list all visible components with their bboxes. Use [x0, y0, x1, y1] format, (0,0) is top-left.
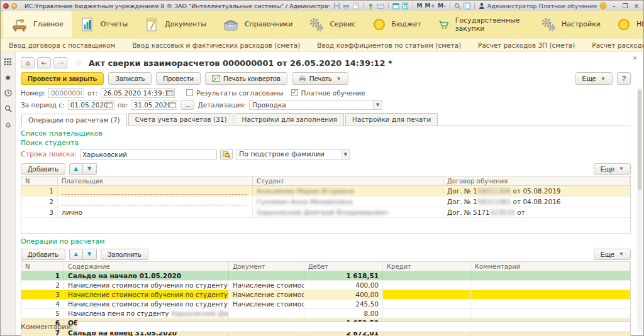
- content-cell[interactable]: Начисление стоимости обучения по студент…: [64, 290, 229, 299]
- tab-print-settings[interactable]: Настройки для печати: [345, 113, 438, 126]
- contract-cell[interactable]: Дог. № 158211081 от 04.08.2016: [443, 197, 630, 207]
- print-button[interactable]: Печать ▼: [292, 72, 348, 85]
- table-row-selected[interactable]: 3 Начисление стоимости обучения по студе…: [21, 290, 630, 300]
- col-document[interactable]: Документ: [229, 262, 304, 271]
- ribbon-tab-settings[interactable]: Настройки: [533, 11, 609, 38]
- submenu-link-coefficients[interactable]: Ввод коэффициентов по статьям (смета): [317, 41, 461, 49]
- comment-cell[interactable]: [471, 290, 630, 299]
- move-up-icon[interactable]: ▲: [69, 163, 83, 175]
- debit-cell[interactable]: 400,00: [304, 290, 383, 299]
- table-row[interactable]: 2 Гузневич Анна Михайловна Дог. № 158211…: [21, 197, 630, 207]
- ribbon-tab-reports[interactable]: Отчеты: [72, 11, 136, 38]
- date-field[interactable]: [101, 88, 175, 98]
- submenu-link-supplier-contract[interactable]: Ввод договора с поставщиком: [9, 41, 115, 49]
- submenu-link-salary-calc[interactable]: Расчет расходов ЗП (смета): [478, 41, 575, 49]
- ribbon-tab-state-purchases[interactable]: Государственные закупки: [430, 11, 533, 38]
- print-envelopes-button[interactable]: Печать конвертов: [205, 72, 287, 85]
- move-up-icon[interactable]: ▲: [69, 249, 83, 260]
- history-clock-icon[interactable]: [4, 89, 13, 97]
- credit-cell[interactable]: [383, 300, 471, 308]
- col-content[interactable]: Содержание: [64, 262, 229, 271]
- menu-grid-icon[interactable]: [4, 57, 13, 66]
- content-cell[interactable]: Начислена пеня по студенту Харьковский Д…: [64, 309, 229, 318]
- document-cell[interactable]: [229, 271, 304, 280]
- ribbon-tab-references[interactable]: Справочники: [214, 11, 301, 38]
- col-debit[interactable]: Дебет: [304, 262, 383, 271]
- close-window-button[interactable]: ×: [632, 3, 641, 9]
- forward-button[interactable]: →: [53, 57, 67, 68]
- close-form-icon[interactable]: ×: [633, 55, 637, 62]
- document-cell[interactable]: Начисление стоимости обучен...: [229, 300, 304, 308]
- comment-cell[interactable]: [471, 300, 630, 308]
- comment-input[interactable]: [77, 322, 631, 332]
- table-row[interactable]: 5 Начислена пеня по студенту Харьковский…: [21, 309, 630, 318]
- memory-m-plus-button[interactable]: M+: [425, 3, 436, 9]
- tab-operations[interactable]: Операции по расчетам (7): [21, 114, 127, 126]
- search-lookup-button[interactable]: [220, 149, 233, 160]
- submenu-link-cash-expenses[interactable]: Ввод кассовых и фактических расходов (см…: [132, 41, 300, 49]
- debit-cell[interactable]: 400,00: [304, 281, 383, 290]
- col-credit[interactable]: Кредит: [383, 262, 471, 271]
- debit-cell[interactable]: 1 618,51: [304, 271, 383, 280]
- ribbon-tab-documents[interactable]: Документы: [136, 11, 214, 38]
- content-cell[interactable]: Начисления стоимости обучения по студент…: [64, 281, 229, 290]
- home-button[interactable]: ⌂: [21, 57, 35, 68]
- more-button[interactable]: Еще ▼: [575, 72, 613, 85]
- calendar-icon[interactable]: [167, 89, 174, 96]
- table-row[interactable]: 3 лично Харьковский Дмитрий Владимирович…: [21, 207, 630, 218]
- table-row[interactable]: 1 Анисимова Мария Игоревна Дог. № 158011…: [21, 186, 630, 197]
- credit-cell[interactable]: [383, 281, 471, 290]
- paid-education-checkbox[interactable]: [291, 89, 298, 96]
- help-button[interactable]: ?: [617, 72, 631, 85]
- minimize-button[interactable]: –: [609, 3, 618, 9]
- document-cell[interactable]: [229, 309, 304, 318]
- preview-icon[interactable]: [352, 3, 359, 9]
- table-row[interactable]: 1 Сальдо на начало 01.05.2020 1 618,51: [21, 271, 630, 281]
- student-cell[interactable]: Харьковский Дмитрий Владимирович: [253, 207, 443, 217]
- payer-cell[interactable]: лично: [58, 207, 253, 217]
- col-contract[interactable]: Договор обучения: [443, 176, 630, 185]
- operations-add-button[interactable]: Добавить: [21, 249, 65, 260]
- tab-accounts[interactable]: Счета учета расчетов (31): [128, 113, 234, 126]
- contract-cell[interactable]: Дог. № 5171323515 от: [443, 207, 630, 217]
- student-cell[interactable]: Анисимова Мария Игоревна: [253, 186, 443, 196]
- ribbon-tab-ncpi[interactable]: НЦПИ: [609, 11, 644, 38]
- payer-cell[interactable]: [58, 186, 253, 196]
- main-menu-icon[interactable]: [11, 3, 17, 9]
- scrollbar-thumb[interactable]: [638, 90, 641, 190]
- payers-add-button[interactable]: Добавить: [21, 163, 65, 175]
- zoom-icon[interactable]: [454, 3, 461, 9]
- credit-cell[interactable]: [383, 290, 471, 299]
- payer-cell[interactable]: [58, 197, 253, 207]
- document-cell[interactable]: Начисление стоимости обучен...: [229, 290, 304, 299]
- col-student[interactable]: Студент: [253, 176, 443, 185]
- results-approved-checkbox[interactable]: [186, 89, 193, 96]
- search-input[interactable]: [80, 149, 217, 160]
- app-logo-icon[interactable]: [3, 3, 9, 9]
- ribbon-tab-service[interactable]: Сервис: [301, 11, 364, 38]
- info-icon[interactable]: i: [599, 2, 607, 9]
- detail-select[interactable]: Проводка ▼: [249, 100, 382, 110]
- notifications-bell-icon[interactable]: [4, 120, 13, 129]
- calendar-icon[interactable]: [392, 3, 399, 9]
- calculator-icon[interactable]: [402, 3, 409, 9]
- restore-button[interactable]: ❐: [621, 3, 630, 9]
- document-cell[interactable]: Начисление стоимости обучен...: [229, 281, 304, 290]
- write-button[interactable]: Записать: [108, 72, 152, 85]
- col-n[interactable]: N: [21, 176, 58, 185]
- calendar-icon[interactable]: [106, 101, 113, 108]
- back-button[interactable]: ←: [37, 57, 51, 68]
- send-icon[interactable]: [367, 3, 374, 9]
- save-icon[interactable]: [333, 3, 340, 9]
- contract-cell[interactable]: Дог. № 158011306 от 05.08.2019: [443, 186, 630, 196]
- fill-button[interactable]: Заполнить: [101, 249, 148, 260]
- col-comment[interactable]: Комментарий: [471, 262, 630, 271]
- post-button[interactable]: Провести: [156, 72, 201, 85]
- credit-cell[interactable]: [383, 309, 471, 318]
- ribbon-tab-budget[interactable]: Бюджет: [364, 11, 430, 38]
- search-icon[interactable]: [4, 104, 13, 113]
- content-cell[interactable]: Сальдо на начало 01.05.2020: [64, 271, 229, 280]
- move-down-icon[interactable]: ▼: [83, 163, 97, 175]
- payers-more-button[interactable]: Еще ▼: [594, 163, 631, 175]
- favorites-star-icon[interactable]: ★: [4, 73, 13, 82]
